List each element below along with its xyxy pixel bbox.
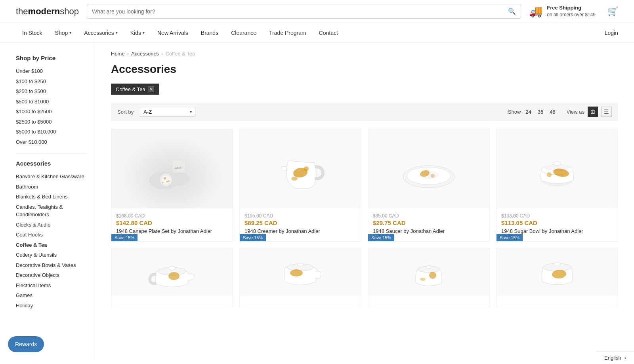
shipping-subtitle: on all orders over $149 bbox=[547, 11, 596, 18]
sidebar-item-holiday[interactable]: Holiday bbox=[16, 301, 87, 311]
original-price-2: $105.00 CAD bbox=[244, 213, 356, 219]
shop-by-price-title: Shop by Price bbox=[16, 55, 87, 61]
breadcrumb-accessories[interactable]: Accessories bbox=[131, 51, 159, 57]
logo[interactable]: themodernshop bbox=[16, 6, 79, 17]
product-info-1: $168.00 CAD $142.80 CAD 1948 Canape Plat… bbox=[111, 208, 233, 235]
product-image-6 bbox=[240, 248, 361, 296]
nav-item-kids[interactable]: Kids ▾ bbox=[124, 23, 151, 43]
svg-point-17 bbox=[431, 174, 435, 178]
sidebar-item-blankets[interactable]: Blankets & Bed Linens bbox=[16, 192, 87, 202]
show-48[interactable]: 48 bbox=[548, 108, 557, 116]
nav-item-brands[interactable]: Brands bbox=[195, 23, 225, 43]
top-bar: themodernshop 🔍 🚚 Free Shipping on all o… bbox=[0, 0, 634, 23]
breadcrumb-home[interactable]: Home bbox=[111, 51, 125, 57]
nav-item-clearance[interactable]: Clearance bbox=[225, 23, 263, 43]
sidebar-item-electrical[interactable]: Electrical Items bbox=[16, 280, 87, 291]
sidebar-divider bbox=[16, 153, 87, 154]
price-2500-5000[interactable]: $2500 to $5000 bbox=[16, 117, 87, 127]
nav-label-brands: Brands bbox=[201, 30, 218, 36]
product-image-1: 1948° bbox=[111, 129, 233, 208]
nav-item-new-arrivals[interactable]: New Arrivals bbox=[151, 23, 195, 43]
sidebar-item-decorative-objects[interactable]: Decorative Objects bbox=[16, 270, 87, 280]
rewards-button[interactable]: Rewards bbox=[8, 336, 44, 352]
search-input[interactable] bbox=[92, 8, 508, 15]
nav-item-instock[interactable]: In Stock bbox=[16, 23, 49, 43]
list-view-button[interactable]: ☰ bbox=[601, 107, 612, 117]
sale-price-4: $113.05 CAD bbox=[501, 219, 613, 226]
svg-point-31 bbox=[426, 265, 431, 269]
accessories-title: Accessories bbox=[16, 160, 87, 167]
product-info-7 bbox=[368, 296, 489, 301]
nav-label-shop: Shop bbox=[55, 30, 68, 36]
active-filters: Coffee & Tea × bbox=[111, 84, 618, 95]
main-layout: Shop by Price Under $100 $100 to $250 $2… bbox=[0, 43, 634, 359]
sidebar-item-barware[interactable]: Barware & Kitchen Glassware bbox=[16, 172, 87, 182]
svg-point-28 bbox=[298, 263, 303, 266]
language-label[interactable]: English bbox=[604, 355, 621, 359]
grid-view-button[interactable]: ⊞ bbox=[588, 107, 598, 117]
shipping-title: Free Shipping bbox=[547, 4, 596, 11]
product-card-8[interactable] bbox=[496, 248, 618, 307]
login-link[interactable]: Login bbox=[605, 30, 618, 36]
price-500-1000[interactable]: $500 to $1000 bbox=[16, 97, 87, 107]
sidebar-item-games[interactable]: Games bbox=[16, 290, 87, 301]
product-info-8 bbox=[497, 296, 618, 301]
filter-tag-label: Coffee & Tea bbox=[116, 86, 145, 92]
sort-label: Sort by bbox=[117, 109, 134, 115]
product-card-5[interactable] bbox=[111, 248, 233, 307]
sidebar-item-coffee-tea[interactable]: Coffee & Tea bbox=[16, 240, 87, 250]
product-card-7[interactable] bbox=[368, 248, 490, 307]
save-badge-2: Save 15% bbox=[240, 234, 266, 241]
product-image-4 bbox=[497, 129, 618, 208]
price-250-500[interactable]: $250 to $500 bbox=[16, 86, 87, 97]
sidebar: Shop by Price Under $100 $100 to $250 $2… bbox=[0, 43, 95, 359]
sidebar-item-decorative-bowls[interactable]: Decorative Bowls & Vases bbox=[16, 260, 87, 271]
breadcrumb-current: Coffee & Tea bbox=[165, 51, 195, 57]
price-5000-10000[interactable]: $5000 to $10,000 bbox=[16, 127, 87, 137]
sidebar-item-candles[interactable]: Candles, Tealights & Candleholders bbox=[16, 202, 87, 220]
product-image-5 bbox=[111, 248, 233, 296]
footer-language: English › bbox=[596, 351, 634, 359]
product-image-7 bbox=[368, 248, 489, 296]
show-24[interactable]: 24 bbox=[524, 108, 533, 116]
price-under-100[interactable]: Under $100 bbox=[16, 66, 87, 76]
product-info-2: $105.00 CAD $89.25 CAD 1948 Creamer by J… bbox=[240, 208, 361, 235]
sidebar-item-cutlery[interactable]: Cutlery & Utensils bbox=[16, 250, 87, 260]
sidebar-item-clocks[interactable]: Clocks & Audio bbox=[16, 220, 87, 230]
chevron-down-icon: ▾ bbox=[69, 30, 71, 35]
sort-select-wrapper: A-Z Z-A Price: Low to High Price: High t… bbox=[140, 107, 195, 117]
svg-point-7 bbox=[162, 182, 164, 183]
price-over-10000[interactable]: Over $10,000 bbox=[16, 137, 87, 147]
show-36[interactable]: 36 bbox=[536, 108, 545, 116]
svg-point-12 bbox=[304, 166, 309, 171]
svg-point-25 bbox=[169, 266, 175, 270]
product-card-6[interactable] bbox=[239, 248, 361, 307]
sort-select[interactable]: A-Z Z-A Price: Low to High Price: High t… bbox=[140, 107, 195, 117]
nav-item-shop[interactable]: Shop ▾ bbox=[49, 23, 78, 43]
remove-filter-button[interactable]: × bbox=[149, 86, 154, 92]
product-info-6 bbox=[240, 296, 361, 301]
product-info-4: $133.00 CAD $113.05 CAD 1948 Sugar Bowl … bbox=[497, 208, 618, 235]
sidebar-item-coat-hooks[interactable]: Coat Hooks bbox=[16, 230, 87, 240]
search-button[interactable]: 🔍 bbox=[508, 8, 516, 15]
chevron-down-icon: ▾ bbox=[116, 30, 118, 35]
search-bar: 🔍 bbox=[87, 4, 521, 19]
breadcrumb-sep1: › bbox=[127, 51, 129, 57]
nav-label-trade-program: Trade Program bbox=[269, 30, 306, 36]
product-card-2[interactable]: Save 15% $105.00 CAD $89.25 CAD 1948 Cre… bbox=[239, 129, 361, 242]
svg-point-21 bbox=[554, 162, 560, 166]
nav-label-instock: In Stock bbox=[22, 30, 42, 36]
price-100-250[interactable]: $100 to $250 bbox=[16, 76, 87, 87]
original-price-1: $168.00 CAD bbox=[116, 213, 228, 219]
nav-item-accessories[interactable]: Accessories ▾ bbox=[78, 23, 124, 43]
sidebar-item-bathroom[interactable]: Bathroom bbox=[16, 182, 87, 192]
nav-item-trade-program[interactable]: Trade Program bbox=[263, 23, 313, 43]
product-card-1[interactable]: 1948° Save 15% $168.00 CAD $142.80 CAD 1… bbox=[111, 129, 233, 242]
price-1000-2500[interactable]: $1000 to $2500 bbox=[16, 107, 87, 117]
product-card-4[interactable]: Save 15% $133.00 CAD $113.05 CAD 1948 Su… bbox=[496, 129, 618, 242]
cart-icon[interactable]: 🛒 bbox=[607, 6, 618, 17]
page-title: Accessories bbox=[111, 63, 618, 76]
nav-item-contact[interactable]: Contact bbox=[313, 23, 344, 43]
product-image-3 bbox=[368, 129, 489, 208]
product-card-3[interactable]: Save 15% $35.00 CAD $29.75 CAD 1948 Sauc… bbox=[368, 129, 490, 242]
